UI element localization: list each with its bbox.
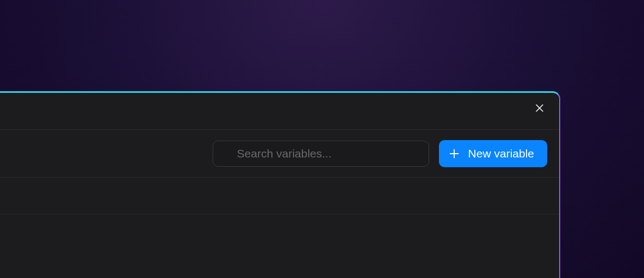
- variables-panel: New variable: [0, 91, 560, 278]
- close-icon: [534, 103, 545, 116]
- search-wrapper: [213, 141, 429, 167]
- search-input[interactable]: [213, 141, 429, 167]
- close-button[interactable]: [533, 103, 546, 116]
- new-variable-button[interactable]: New variable: [439, 140, 547, 167]
- toolbar: New variable: [0, 130, 559, 178]
- panel-header: [0, 93, 559, 130]
- table-header-row: [0, 178, 559, 214]
- new-variable-label: New variable: [468, 147, 534, 160]
- plus-icon: [449, 148, 460, 159]
